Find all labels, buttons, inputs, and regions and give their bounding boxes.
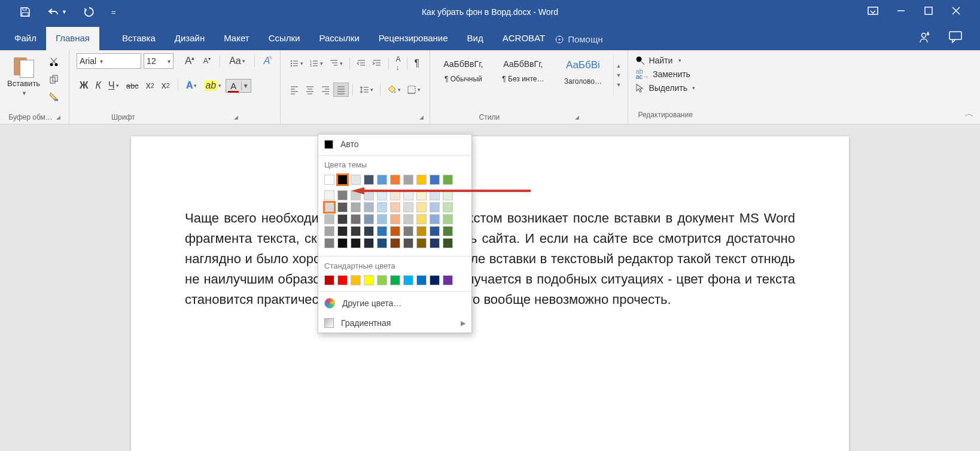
align-justify-button[interactable] [333,83,349,97]
color-swatch[interactable] [324,275,334,285]
decrease-indent-button[interactable] [354,56,369,71]
style-heading1[interactable]: АаБбВі Заголово… [553,55,612,96]
color-swatch[interactable] [403,202,413,212]
tab-view[interactable]: Вид [458,27,493,50]
clipboard-dialog-launcher[interactable]: ◢ [56,114,60,120]
color-swatch[interactable] [443,226,453,236]
color-swatch[interactable] [364,175,374,185]
collapse-ribbon-button[interactable]: ︿ [964,108,974,120]
format-painter-button[interactable] [46,90,62,104]
color-swatch[interactable] [324,238,334,248]
color-swatch[interactable] [351,202,361,212]
color-swatch[interactable] [377,214,387,224]
color-swatch[interactable] [337,202,348,212]
color-swatch[interactable] [337,175,348,185]
borders-button[interactable]: ▾ [404,83,424,97]
tab-design[interactable]: Дизайн [165,27,214,50]
minimize-button[interactable] [896,6,906,18]
color-swatch[interactable] [351,238,361,248]
color-swatch[interactable] [403,226,413,236]
bold-button[interactable]: Ж [77,78,91,93]
color-swatch[interactable] [377,275,387,285]
color-swatch[interactable] [430,175,440,185]
color-swatch[interactable] [416,214,427,224]
more-colors[interactable]: Другие цвета… [318,293,471,313]
color-swatch[interactable] [443,238,453,248]
color-swatch[interactable] [430,202,440,212]
tab-home[interactable]: Главная [46,27,99,50]
style-no-spacing[interactable]: АаБбВвГг, ¶ Без инте… [494,55,552,96]
close-button[interactable] [951,6,961,18]
color-swatch[interactable] [416,175,427,185]
color-swatch[interactable] [377,190,387,200]
replace-button[interactable]: abac→ Заменить [635,67,690,81]
copy-button[interactable] [46,72,62,87]
color-swatch[interactable] [443,202,453,212]
undo-button[interactable]: ▼ [44,4,70,20]
color-swatch[interactable] [351,214,361,224]
tab-review[interactable]: Рецензирование [369,27,458,50]
color-swatch[interactable] [416,226,427,236]
multilevel-list-button[interactable]: ▾ [326,56,346,71]
bullets-button[interactable]: ▾ [287,56,306,71]
tab-acrobat[interactable]: ACROBAT [493,27,555,50]
grow-font-button[interactable]: A▴ [182,53,197,69]
styles-gallery-more[interactable]: ▲ ▼ ▼ [613,55,624,96]
comments-button[interactable] [949,31,962,45]
font-color-button[interactable]: A ▼ [226,79,251,93]
color-auto[interactable]: Авто [318,135,471,154]
tab-mailings[interactable]: Рассылки [309,27,369,50]
show-marks-button[interactable]: ¶ [411,56,422,71]
color-swatch[interactable] [377,226,387,236]
color-swatch[interactable] [337,214,348,224]
color-swatch[interactable] [416,202,427,212]
clear-formatting-button[interactable]: A✎ [261,53,273,69]
numbering-button[interactable]: 123▾ [306,56,326,71]
color-swatch[interactable] [324,226,334,236]
font-dialog-launcher[interactable]: ◢ [234,114,238,120]
align-right-button[interactable] [318,83,333,97]
tab-insert[interactable]: Вставка [112,27,165,50]
tell-me[interactable]: Помощн [555,34,668,50]
align-center-button[interactable] [302,83,318,97]
color-swatch[interactable] [390,175,400,185]
color-swatch[interactable] [351,226,361,236]
font-name-combo[interactable]: Arial▾ [77,53,141,69]
maximize-button[interactable] [924,6,933,18]
color-swatch[interactable] [390,275,400,285]
save-button[interactable] [17,4,34,20]
color-swatch[interactable] [364,238,374,248]
color-swatch[interactable] [337,190,348,200]
customize-qat-button[interactable]: = [108,5,119,19]
color-swatch[interactable] [351,190,361,200]
superscript-button[interactable]: x2 [159,78,173,93]
highlight-button[interactable]: ab▾ [201,78,224,93]
color-swatch[interactable] [364,190,374,200]
color-swatch[interactable] [377,175,387,185]
color-swatch[interactable] [403,275,413,285]
shrink-font-button[interactable]: A▾ [200,54,214,68]
color-swatch[interactable] [403,190,413,200]
color-swatch[interactable] [443,214,453,224]
style-normal[interactable]: АаБбВвГг, ¶ Обычный [434,55,492,96]
color-swatch[interactable] [337,226,348,236]
change-case-button[interactable]: Aa▾ [226,53,248,69]
sort-button[interactable]: A↓ [392,53,403,74]
color-swatch[interactable] [364,226,374,236]
color-swatch[interactable] [364,202,374,212]
color-swatch[interactable] [390,202,400,212]
color-swatch[interactable] [324,202,334,212]
color-swatch[interactable] [337,275,348,285]
color-swatch[interactable] [364,214,374,224]
subscript-button[interactable]: x2 [143,78,157,93]
line-spacing-button[interactable]: ▾ [357,83,376,97]
share-button[interactable] [919,31,931,45]
font-size-combo[interactable]: 12▾ [144,53,174,69]
document-page[interactable]: Чаще всего необходимость убрать фон за т… [131,136,849,451]
color-swatch[interactable] [324,214,334,224]
shading-button[interactable]: ▾ [384,83,404,97]
color-swatch[interactable] [390,214,400,224]
document-paragraph[interactable]: Чаще всего необходимость убрать фон за т… [185,208,795,310]
paragraph-dialog-launcher[interactable]: ◢ [419,114,424,120]
color-swatch[interactable] [377,238,387,248]
